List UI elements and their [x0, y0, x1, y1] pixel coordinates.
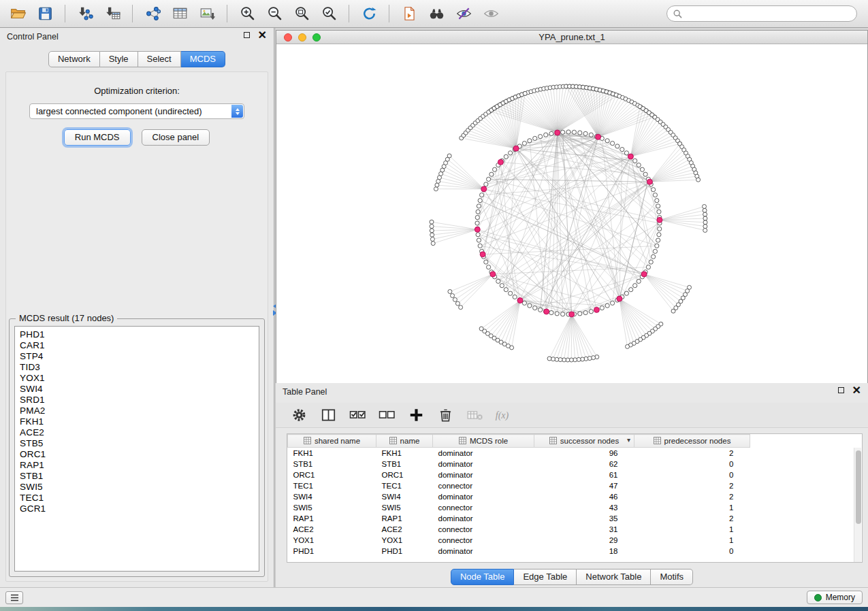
mcds-result-item[interactable]: PMA2 — [20, 406, 259, 416]
network-leaf-node[interactable] — [430, 229, 434, 233]
network-graph-svg[interactable] — [276, 45, 867, 383]
mcds-result-item[interactable]: TID3 — [20, 362, 259, 373]
network-leaf-node[interactable] — [703, 205, 707, 209]
network-leaf-node[interactable] — [547, 357, 551, 361]
network-node[interactable] — [528, 139, 532, 143]
search-box[interactable] — [666, 5, 857, 22]
mcds-result-item[interactable]: SWI4 — [20, 384, 259, 395]
network-node[interactable] — [656, 204, 660, 208]
network-node[interactable] — [653, 249, 657, 253]
network-node[interactable] — [533, 136, 537, 140]
new-network-icon[interactable] — [142, 3, 163, 24]
mcds-result-item[interactable]: FKH1 — [20, 416, 259, 427]
network-leaf-node[interactable] — [459, 306, 463, 310]
network-node[interactable] — [539, 135, 543, 139]
network-node[interactable] — [657, 233, 661, 237]
mcds-result-item[interactable]: STP4 — [20, 351, 259, 362]
network-node[interactable] — [476, 233, 480, 237]
network-node[interactable] — [657, 210, 661, 214]
network-leaf-node[interactable] — [671, 309, 675, 313]
network-node[interactable] — [649, 260, 653, 264]
network-leaf-node[interactable] — [523, 91, 527, 95]
hide-columns-icon[interactable] — [465, 405, 484, 425]
network-leaf-node[interactable] — [431, 242, 435, 246]
network-leaf-node[interactable] — [696, 178, 701, 182]
float-panel-icon[interactable] — [838, 387, 844, 393]
network-mcds-hub-node[interactable] — [628, 154, 633, 159]
mcds-result-item[interactable]: RAP1 — [20, 460, 259, 471]
network-node[interactable] — [480, 193, 484, 197]
network-node[interactable] — [611, 142, 615, 146]
network-leaf-node[interactable] — [430, 220, 434, 224]
network-node[interactable] — [578, 312, 582, 316]
network-leaf-node[interactable] — [703, 229, 707, 233]
network-node[interactable] — [605, 303, 609, 308]
network-node[interactable] — [600, 306, 604, 310]
network-node[interactable] — [583, 131, 588, 135]
network-leaf-node[interactable] — [430, 233, 434, 237]
close-panel-icon[interactable]: ✕ — [258, 31, 267, 39]
network-node[interactable] — [561, 312, 565, 316]
table-row[interactable]: RAP1RAP1dominator352 — [288, 513, 863, 524]
network-leaf-node[interactable] — [455, 301, 460, 306]
network-window-titlebar[interactable]: YPA_prune.txt_1 — [276, 31, 867, 44]
table-row[interactable]: YOX1YOX1connector291 — [288, 535, 863, 546]
network-node[interactable] — [544, 133, 548, 137]
mcds-result-item[interactable]: SWI5 — [20, 482, 259, 493]
network-leaf-node[interactable] — [479, 327, 483, 331]
network-node[interactable] — [640, 167, 644, 171]
hide-details-icon[interactable] — [453, 3, 475, 24]
find-icon[interactable] — [425, 3, 447, 24]
tab-edge-table[interactable]: Edge Table — [514, 569, 577, 585]
zoom-fit-icon[interactable] — [291, 3, 312, 24]
network-leaf-node[interactable] — [448, 290, 452, 294]
show-details-icon[interactable] — [480, 3, 502, 24]
tab-network-table[interactable]: Network Table — [577, 569, 651, 585]
network-mcds-hub-node[interactable] — [594, 307, 599, 312]
network-node[interactable] — [624, 291, 628, 295]
status-menu-button[interactable] — [5, 591, 23, 604]
network-node[interactable] — [528, 303, 532, 308]
mcds-result-item[interactable]: GCR1 — [20, 503, 259, 514]
select-all-rows-icon[interactable] — [348, 405, 367, 425]
mcds-result-item[interactable]: STB1 — [20, 471, 259, 482]
column-header-MCDS-role[interactable]: MCDS role — [433, 435, 534, 448]
network-node[interactable] — [477, 204, 481, 208]
network-node[interactable] — [513, 295, 517, 299]
mcds-result-item[interactable]: YOX1 — [20, 373, 259, 384]
column-header-successor-nodes[interactable]: successor nodes▾ — [534, 435, 634, 448]
network-node[interactable] — [489, 172, 494, 176]
network-node[interactable] — [561, 130, 565, 134]
network-node[interactable] — [487, 265, 491, 269]
network-node[interactable] — [509, 291, 513, 295]
table-row[interactable]: FKH1FKH1dominator962 — [288, 448, 863, 459]
table-row[interactable]: PHD1PHD1dominator180 — [288, 546, 863, 557]
network-mcds-hub-node[interactable] — [617, 296, 622, 301]
network-node[interactable] — [496, 279, 500, 283]
window-minimize-button[interactable] — [298, 33, 306, 42]
network-node[interactable] — [478, 244, 482, 248]
network-leaf-node[interactable] — [434, 187, 438, 191]
mcds-result-list[interactable]: PHD1CAR1STP4TID3YOX1SWI4SRD1PMA2FKH1ACE2… — [14, 326, 259, 572]
network-node[interactable] — [477, 238, 481, 242]
network-node[interactable] — [539, 308, 543, 312]
network-node[interactable] — [487, 177, 491, 181]
export-document-icon[interactable] — [398, 3, 420, 24]
network-mcds-hub-node[interactable] — [596, 134, 601, 139]
network-node[interactable] — [475, 221, 479, 225]
column-header-shared-name[interactable]: shared name — [288, 435, 376, 448]
network-leaf-node[interactable] — [703, 225, 707, 229]
network-node[interactable] — [583, 311, 588, 315]
network-node[interactable] — [566, 130, 570, 134]
network-node[interactable] — [504, 154, 508, 159]
add-column-icon[interactable] — [406, 405, 425, 425]
import-network-icon[interactable] — [74, 3, 96, 24]
network-node[interactable] — [656, 238, 660, 242]
mcds-result-item[interactable]: STB5 — [20, 438, 259, 449]
network-mcds-hub-node[interactable] — [657, 217, 662, 222]
network-node[interactable] — [549, 311, 553, 315]
export-image-icon[interactable] — [196, 3, 218, 24]
network-node[interactable] — [605, 139, 609, 143]
network-node[interactable] — [637, 279, 641, 283]
network-node[interactable] — [624, 151, 628, 155]
